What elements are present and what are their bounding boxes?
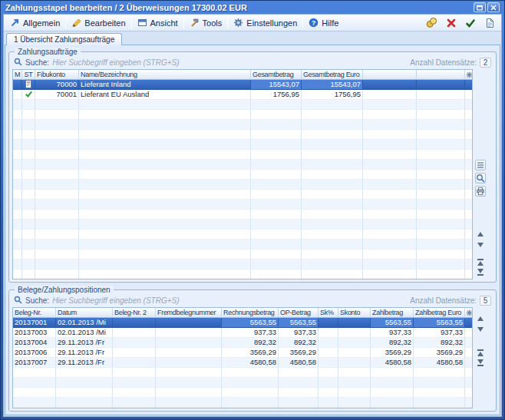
- cell: 5563,55: [222, 318, 279, 328]
- position-row[interactable]: 2013700302.01.2013 /Mi937,33937,33937,33…: [13, 328, 472, 338]
- cell: 892,32: [371, 338, 414, 348]
- orders-search-input[interactable]: [52, 58, 407, 67]
- column-header-gesamtbetrag-euro[interactable]: Gesamtbetrag Euro: [302, 70, 363, 80]
- cell: [465, 388, 472, 398]
- column-header-st[interactable]: ST: [22, 70, 35, 80]
- scroll-up-button[interactable]: [475, 230, 485, 239]
- empty-row: [13, 100, 472, 110]
- position-row[interactable]: 2013700429.11.2013 /Fr892,32892,32892,32…: [13, 338, 472, 348]
- column-header-beleg-nr-2[interactable]: Beleg-Nr. 2: [113, 308, 156, 318]
- apply-button[interactable]: [464, 16, 477, 29]
- scroll-last-button[interactable]: [475, 268, 485, 277]
- column-header-skonto[interactable]: Skonto: [338, 308, 371, 318]
- scroll-first-button[interactable]: [475, 257, 485, 266]
- close-icon: [490, 5, 497, 11]
- cell: [465, 358, 472, 368]
- zoom-button[interactable]: [475, 173, 486, 184]
- cell: [113, 388, 156, 398]
- position-row[interactable]: 2013700102.01.2013 /Mi5563,555563,555563…: [13, 318, 472, 328]
- scroll-down-button[interactable]: [475, 325, 485, 334]
- column-header-fibukonto[interactable]: Fibukonto: [35, 70, 79, 80]
- toolbar-separator: [183, 17, 184, 28]
- column-header-empty[interactable]: [363, 70, 417, 80]
- column-header-rechnungsbetrag[interactable]: Rechnungsbetrag: [222, 308, 279, 318]
- cell: [338, 328, 371, 338]
- cell: [363, 220, 417, 230]
- cell: 3569,29: [279, 348, 319, 358]
- column-chooser-icon[interactable]: [465, 308, 473, 318]
- cell: [251, 130, 302, 140]
- scroll-up-button[interactable]: [475, 314, 485, 323]
- cell: 29.11.2013 /Fr: [56, 338, 113, 348]
- column-header-m[interactable]: M: [13, 70, 22, 80]
- positions-search-input[interactable]: [52, 296, 407, 305]
- cell: [156, 348, 222, 358]
- cell: [35, 230, 79, 240]
- list-view-button[interactable]: [475, 160, 486, 170]
- cell: [302, 110, 363, 120]
- list-icon: [476, 160, 485, 170]
- cell: [417, 130, 465, 140]
- column-header-datum[interactable]: Datum: [56, 308, 113, 318]
- discard-button[interactable]: [444, 16, 457, 29]
- empty-row: [13, 250, 472, 260]
- title-buttons: [474, 2, 500, 12]
- cell: [319, 378, 338, 388]
- payment-order-row[interactable]: 70000Lieferant Inland15543,0715543,07: [13, 80, 472, 90]
- cell: [35, 100, 79, 110]
- cell: [35, 190, 79, 200]
- scroll-first-button[interactable]: [475, 348, 485, 357]
- column-header-name-bezeichnung[interactable]: Name/Bezeichnung: [79, 70, 251, 80]
- cell: [363, 100, 417, 110]
- position-row[interactable]: 2013700629.11.2013 /Fr3569,293569,293569…: [13, 348, 472, 358]
- cell: [156, 338, 222, 348]
- column-chooser-icon[interactable]: [465, 70, 473, 80]
- payment-orders-table: MSTFibukontoName/BezeichnungGesamtbetrag…: [12, 69, 473, 279]
- cell: [302, 240, 363, 250]
- tab-uebersicht-zahlungsauftraege[interactable]: 1 Übersicht Zahlungsaufträge: [6, 33, 122, 45]
- column-header-fremdbelegnummer[interactable]: Fremdbelegnummer: [156, 308, 222, 318]
- column-header-beleg-nr-[interactable]: Beleg-Nr.: [13, 308, 56, 318]
- position-row[interactable]: 2013700729.11.2013 /Fr4580,584580,584580…: [13, 358, 472, 368]
- maximize-button[interactable]: [474, 2, 486, 12]
- column-header-zahlbetrag[interactable]: Zahlbetrag: [371, 308, 414, 318]
- menu-label: Ansicht: [150, 18, 178, 28]
- scroll-last-button[interactable]: [475, 359, 485, 368]
- document-icon: [484, 18, 495, 28]
- menu-ansicht[interactable]: Ansicht: [134, 16, 182, 30]
- cell: [319, 348, 338, 358]
- cell: [113, 318, 156, 328]
- print-list-button[interactable]: [475, 186, 486, 197]
- cell: [113, 368, 156, 378]
- cell: [22, 160, 35, 170]
- scroll-down-button[interactable]: [475, 240, 485, 250]
- cell: [251, 270, 302, 279]
- payment-order-row[interactable]: 70001Lieferant EU Ausland1756,951756,95: [13, 90, 472, 100]
- menu-tools[interactable]: Tools: [186, 16, 226, 30]
- menu-allgemein[interactable]: Allgemein: [6, 16, 64, 30]
- table-body: 70000Lieferant Inland15543,0715543,07700…: [13, 80, 472, 279]
- close-button[interactable]: [487, 2, 500, 12]
- menu-einstellungen[interactable]: Einstellungen: [229, 16, 301, 30]
- column-header-gesamtbetrag[interactable]: Gesamtbetrag: [251, 70, 302, 80]
- cell: [279, 398, 319, 408]
- empty-row: [13, 240, 472, 250]
- empty-row: [13, 110, 472, 120]
- cell: [35, 240, 79, 250]
- cell: [319, 368, 338, 378]
- column-header-op-betrag[interactable]: OP-Betrag: [279, 308, 319, 318]
- cell: [465, 348, 472, 358]
- column-header-sk%[interactable]: Sk%: [319, 308, 338, 318]
- cell: [465, 90, 472, 100]
- cell: [79, 240, 251, 250]
- cell: 02.01.2013 /Mi: [56, 318, 113, 328]
- column-header-zahlbetrag-euro[interactable]: Zahlbetrag Euro: [414, 308, 465, 318]
- pay-button[interactable]: [425, 16, 438, 29]
- menu-hilfe[interactable]: ? Hilfe: [305, 16, 342, 30]
- cell: [319, 358, 338, 368]
- column-header-empty[interactable]: [417, 70, 465, 80]
- cell: [417, 140, 465, 150]
- protocol-button[interactable]: [483, 16, 496, 29]
- menu-bearbeiten[interactable]: Bearbeiten: [68, 16, 129, 30]
- cell: [417, 180, 465, 190]
